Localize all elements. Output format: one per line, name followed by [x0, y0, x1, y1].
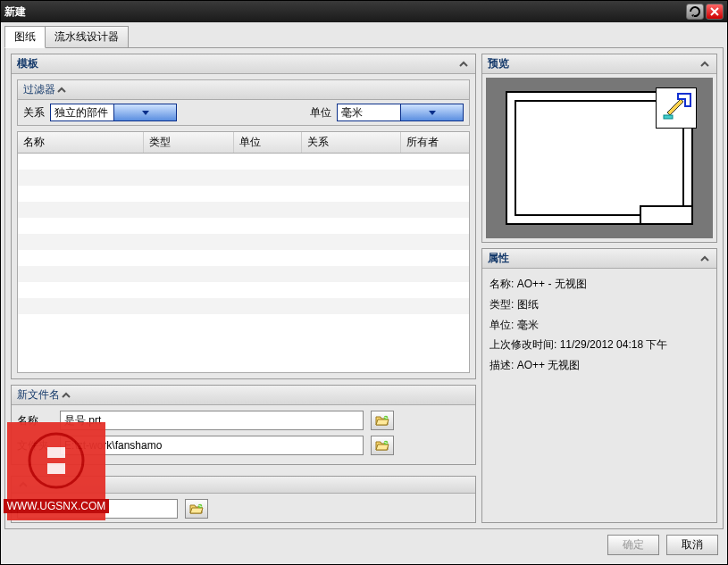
folder-open-icon	[375, 439, 389, 452]
prop-mod-label: 上次修改时间:	[490, 338, 556, 351]
ok-button[interactable]: 确定	[607, 535, 659, 555]
chevron-up-icon[interactable]	[60, 389, 72, 402]
browse-folder-button[interactable]	[371, 436, 394, 455]
prop-unit-value: 毫米	[517, 319, 539, 331]
relation-select[interactable]: 独立的部件	[50, 104, 177, 121]
drawing-sheet-icon	[506, 91, 693, 225]
table-row[interactable]	[18, 202, 469, 218]
unit-select[interactable]: 毫米	[337, 104, 464, 121]
chevron-down-icon	[400, 104, 463, 120]
table-row[interactable]	[18, 234, 469, 250]
chevron-up-icon[interactable]	[699, 58, 711, 71]
prop-type-value: 图纸	[517, 298, 539, 311]
table-row[interactable]	[18, 218, 469, 234]
table-row[interactable]	[18, 282, 469, 298]
prop-mod-value: 11/29/2012 04:18 下午	[560, 338, 668, 351]
svg-rect-3	[664, 115, 673, 119]
titlebar: 新建	[1, 1, 727, 22]
table-row[interactable]	[18, 266, 469, 282]
help-button[interactable]	[686, 4, 704, 20]
filter-title: 过滤器	[23, 82, 55, 97]
col-name[interactable]: 名称	[18, 132, 144, 153]
close-button[interactable]	[706, 4, 724, 20]
newfile-title: 新文件名	[17, 387, 60, 403]
chevron-up-icon[interactable]	[457, 58, 470, 71]
table-row[interactable]	[18, 298, 469, 314]
chevron-up-icon[interactable]	[55, 84, 68, 96]
folder-input[interactable]	[60, 436, 364, 455]
prop-desc-label: 描述:	[490, 359, 514, 371]
table-row[interactable]	[18, 250, 469, 266]
browse-name-button[interactable]	[371, 411, 394, 430]
preview-title: 预览	[488, 56, 509, 71]
prop-type-label: 类型:	[490, 298, 514, 311]
prop-name-label: 名称:	[490, 278, 514, 290]
prop-name-value: AO++ - 无视图	[517, 278, 587, 290]
window-title: 新建	[4, 4, 26, 20]
table-row[interactable]	[18, 186, 469, 202]
unit-value: 毫米	[338, 105, 400, 120]
prop-unit-label: 单位:	[490, 319, 514, 331]
filter-header: 过滤器	[18, 80, 469, 100]
name-input[interactable]	[60, 411, 364, 430]
tab-drawing[interactable]: 图纸	[4, 26, 46, 48]
relation-label: 关系	[23, 105, 45, 120]
cancel-button[interactable]: 取消	[666, 535, 718, 555]
prop-desc-value: AO++ 无视图	[517, 359, 581, 371]
relation-value: 独立的部件	[51, 105, 113, 120]
props-header: 属性	[482, 249, 716, 269]
folder-open-icon	[375, 414, 389, 427]
watermark-url: WWW.UGSNX.COM	[4, 499, 110, 513]
chevron-down-icon	[113, 104, 176, 120]
browse-ref-button[interactable]	[185, 499, 208, 519]
unit-label: 单位	[310, 105, 331, 120]
newfile-header: 新文件名	[12, 386, 475, 405]
watermark-logo: WWW.UGSNX.COM	[7, 422, 105, 520]
drafting-tool-icon	[656, 87, 697, 129]
template-panel-title: 模板	[17, 56, 38, 71]
preview-canvas	[486, 78, 713, 238]
template-grid[interactable]: 名称 类型 单位 关系 所有者	[17, 131, 470, 373]
props-body: 名称: AO++ - 无视图 类型: 图纸 单位: 毫米 上次修改时间: 11/…	[482, 269, 716, 381]
table-row[interactable]	[18, 314, 469, 330]
chevron-up-icon[interactable]	[699, 253, 711, 265]
template-panel-header: 模板	[12, 54, 475, 74]
table-row[interactable]	[18, 170, 469, 186]
folder-open-icon	[189, 503, 204, 515]
svg-rect-6	[43, 458, 70, 463]
col-unit[interactable]: 单位	[234, 132, 302, 153]
tab-bar: 图纸 流水线设计器	[4, 26, 724, 48]
preview-header: 预览	[482, 54, 716, 74]
col-owner[interactable]: 所有者	[401, 132, 469, 153]
table-row[interactable]	[18, 154, 469, 170]
props-title: 属性	[488, 251, 509, 266]
tab-pipeline[interactable]: 流水线设计器	[45, 26, 129, 48]
col-type[interactable]: 类型	[144, 132, 234, 153]
col-relation[interactable]: 关系	[302, 132, 401, 153]
